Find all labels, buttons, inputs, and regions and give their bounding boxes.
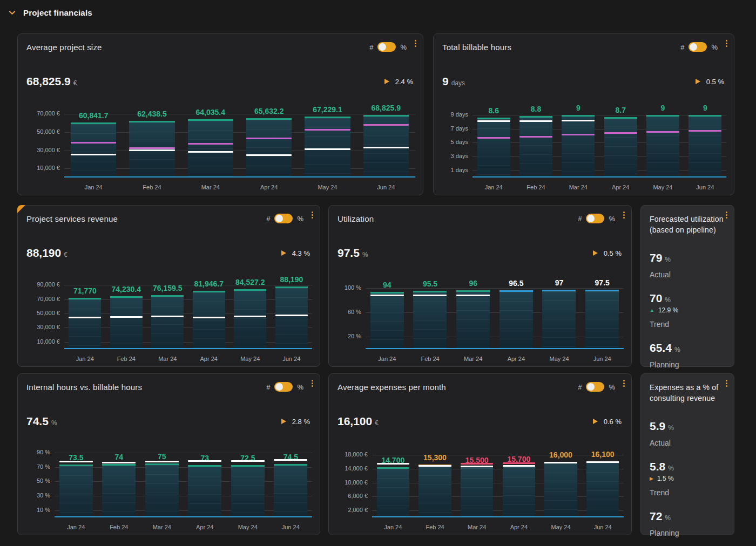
bar-apr-24[interactable] — [500, 292, 533, 349]
toggle-knob-icon — [690, 43, 697, 51]
x-axis-tick-label: May 24 — [230, 356, 271, 362]
bar-mar-24[interactable] — [145, 465, 179, 517]
kebab-menu-icon[interactable] — [622, 210, 626, 220]
number-percent-toggle[interactable]: # % — [578, 382, 615, 392]
bar-apr-24[interactable] — [193, 292, 225, 349]
bar-jan-24[interactable] — [377, 469, 410, 517]
toggle-switch[interactable] — [377, 42, 396, 52]
bar-jan-24[interactable] — [477, 119, 510, 178]
kebab-menu-icon[interactable] — [725, 210, 728, 220]
data-label: 74,230.4 — [112, 285, 141, 294]
data-label: 94 — [383, 281, 392, 289]
gridline — [64, 151, 415, 151]
white-marker-line — [418, 465, 451, 467]
bar-top-line — [151, 295, 184, 297]
toggle-switch[interactable] — [274, 382, 293, 392]
kpi-value: 88,190 — [26, 247, 61, 259]
bar-apr-24[interactable] — [188, 467, 221, 517]
bar-mar-24[interactable] — [151, 297, 184, 350]
change-direction-icon — [593, 250, 598, 256]
gridline — [64, 132, 415, 133]
plot-area: 9495.59696.59797.5 — [366, 280, 624, 349]
magenta-marker-line — [188, 143, 234, 145]
number-percent-toggle[interactable]: # % — [266, 214, 303, 223]
white-marker-line — [370, 295, 404, 296]
bar-may-24[interactable] — [231, 467, 265, 517]
change-value: 0.6 % — [604, 418, 622, 426]
stat-unit: % — [665, 296, 671, 304]
stat-value: 5.8 — [650, 460, 665, 473]
kpi-unit: days — [451, 79, 465, 87]
bar-top-line — [456, 290, 490, 292]
magenta-marker-line — [604, 132, 637, 134]
white-marker-line — [275, 315, 308, 316]
bar-jan-24[interactable] — [59, 466, 93, 517]
bar-mar-24[interactable] — [562, 117, 595, 178]
toggle-switch[interactable] — [586, 382, 604, 392]
bar-apr-24[interactable] — [246, 120, 292, 178]
toggle-percent-label: % — [609, 383, 615, 391]
white-marker-line — [461, 466, 494, 467]
stat-unit: % — [674, 346, 680, 353]
bar-jun-24[interactable] — [586, 463, 619, 517]
card-average-expenses-per-month: Average expenses per month # % 16,100€ 0… — [328, 373, 632, 535]
bar-apr-24[interactable] — [604, 119, 637, 178]
bar-feb-24[interactable] — [519, 118, 552, 178]
bar-jan-24[interactable] — [370, 294, 404, 350]
data-label: 81,946.7 — [194, 279, 224, 288]
x-axis-tick-label: Apr 24 — [495, 356, 538, 362]
bar-may-24[interactable] — [542, 291, 576, 349]
bar-jun-24[interactable] — [688, 117, 721, 178]
toggle-switch[interactable] — [274, 214, 293, 223]
bar-jan-24[interactable] — [69, 299, 101, 349]
white-marker-line — [129, 149, 175, 151]
bar-mar-24[interactable] — [188, 121, 234, 178]
x-axis-tick-label: Jan 24 — [64, 356, 106, 362]
bar-top-line — [461, 467, 494, 469]
bar-feb-24[interactable] — [102, 466, 136, 517]
number-percent-toggle[interactable]: # % — [578, 214, 615, 223]
bar-chart-project-services-revenue: 71,77074,230.476,159.581,946.784,527.288… — [26, 268, 312, 363]
bar-may-24[interactable] — [305, 118, 350, 178]
kebab-menu-icon[interactable] — [310, 379, 314, 388]
number-percent-toggle[interactable]: # % — [266, 382, 303, 392]
white-marker-line — [413, 295, 447, 296]
kebab-menu-icon[interactable] — [725, 39, 728, 48]
bar-top-line — [519, 116, 552, 118]
bar-top-line — [544, 462, 577, 463]
kebab-menu-icon[interactable] — [414, 39, 417, 48]
bar-feb-24[interactable] — [110, 298, 143, 349]
x-axis-tick-label: Mar 24 — [147, 356, 188, 362]
kebab-menu-icon[interactable] — [622, 379, 626, 388]
bar-top-line — [370, 292, 404, 294]
bar-may-24[interactable] — [234, 291, 266, 350]
magenta-marker-line — [246, 138, 292, 139]
collapse-chevron-icon[interactable] — [8, 9, 16, 17]
bar-may-24[interactable] — [544, 463, 577, 517]
toggle-switch[interactable] — [586, 214, 604, 223]
kpi-row: 97.5% 0.5 % — [338, 247, 622, 260]
data-label: 16,000 — [549, 451, 572, 459]
bar-feb-24[interactable] — [418, 466, 451, 517]
kpi-value: 16,100 — [338, 415, 372, 427]
card-internal-vs-billable-hours: Internal hours vs. billable hours # % 74… — [17, 373, 320, 535]
change-value: 2.8 % — [292, 418, 310, 426]
bar-feb-24[interactable] — [413, 292, 447, 349]
kpi: 88,190€ — [26, 247, 68, 260]
y-axis-tick-label: 100 % — [338, 284, 361, 291]
bar-mar-24[interactable] — [456, 292, 490, 349]
bar-mar-24[interactable] — [461, 469, 494, 517]
bar-jun-24[interactable] — [274, 466, 307, 517]
kebab-menu-icon[interactable] — [310, 210, 314, 220]
bar-jun-24[interactable] — [275, 288, 308, 349]
kebab-menu-icon[interactable] — [725, 379, 728, 388]
toggle-switch[interactable] — [688, 42, 707, 52]
number-percent-toggle[interactable]: # % — [680, 42, 718, 52]
bar-may-24[interactable] — [646, 117, 679, 178]
data-label: 62,438.5 — [137, 110, 167, 118]
bar-apr-24[interactable] — [503, 468, 536, 517]
toggle-percent-label: % — [609, 215, 615, 223]
bar-jun-24[interactable] — [585, 291, 619, 349]
number-percent-toggle[interactable]: # % — [369, 42, 407, 52]
bar-jan-24[interactable] — [71, 124, 117, 178]
